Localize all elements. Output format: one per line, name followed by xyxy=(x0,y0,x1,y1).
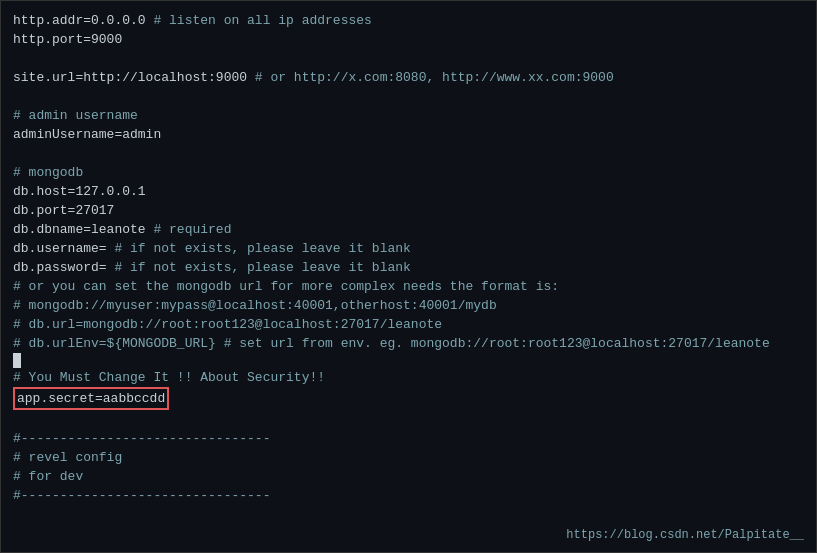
code-line xyxy=(13,144,804,163)
code-line: http.port=9000 xyxy=(13,30,804,49)
code-line-comment: # revel config xyxy=(13,448,804,467)
highlight-box: app.secret=aabbccdd xyxy=(13,387,169,410)
code-line-comment: # You Must Change It !! About Security!! xyxy=(13,368,804,387)
code-line-comment: # or you can set the mongodb url for mor… xyxy=(13,277,804,296)
code-line-comment: # db.urlEnv=${MONGODB_URL} # set url fro… xyxy=(13,334,804,353)
code-line: db.port=27017 xyxy=(13,201,804,220)
code-line-comment: # mongodb xyxy=(13,163,804,182)
code-line: db.dbname=leanote # required xyxy=(13,220,804,239)
code-line xyxy=(13,49,804,68)
code-line: db.host=127.0.0.1 xyxy=(13,182,804,201)
code-line-comment: #-------------------------------- xyxy=(13,486,804,505)
code-line: db.username= # if not exists, please lea… xyxy=(13,239,804,258)
code-line: db.password= # if not exists, please lea… xyxy=(13,258,804,277)
code-line: adminUsername=admin xyxy=(13,125,804,144)
code-line: site.url=http://localhost:9000 # or http… xyxy=(13,68,804,87)
comment-text: # required xyxy=(153,222,231,237)
code-line xyxy=(13,87,804,106)
code-line-comment: # mongodb://myuser:mypass@localhost:4000… xyxy=(13,296,804,315)
code-line-comment: # admin username xyxy=(13,106,804,125)
watermark: https://blog.csdn.net/Palpitate__ xyxy=(566,528,804,542)
code-line xyxy=(13,410,804,429)
cursor-line xyxy=(13,353,804,368)
highlighted-line: app.secret=aabbccdd xyxy=(13,387,804,410)
comment-text: # listen on all ip addresses xyxy=(153,13,371,28)
code-line-comment: # db.url=mongodb://root:root123@localhos… xyxy=(13,315,804,334)
terminal-window: http.addr=0.0.0.0 # listen on all ip add… xyxy=(0,0,817,553)
text-cursor xyxy=(13,353,21,368)
comment-text: # if not exists, please leave it blank xyxy=(114,260,410,275)
comment-text: # or http://x.com:8080, http://www.xx.co… xyxy=(255,70,614,85)
code-line: http.addr=0.0.0.0 # listen on all ip add… xyxy=(13,11,804,30)
code-line-comment: #-------------------------------- xyxy=(13,429,804,448)
code-line-comment: # for dev xyxy=(13,467,804,486)
comment-text: # if not exists, please leave it blank xyxy=(114,241,410,256)
